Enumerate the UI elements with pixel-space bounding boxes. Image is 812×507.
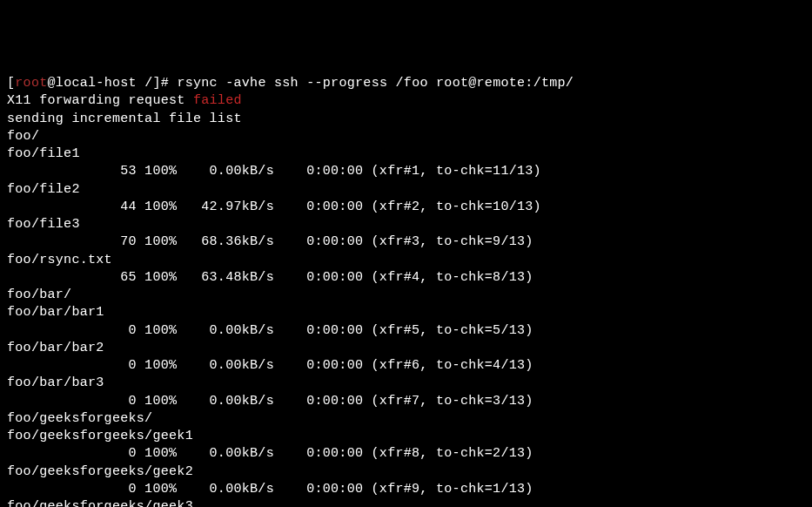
progress-row: 0 100% 0.00kB/s 0:00:00 (xfr#9, to-chk=1… [7, 481, 805, 498]
x11-prefix: X11 forwarding request [7, 93, 193, 108]
progress-row: 65 100% 63.48kB/s 0:00:00 (xfr#4, to-chk… [7, 269, 805, 287]
file-path: foo/bar/bar1 [7, 304, 805, 321]
x11-line: X11 forwarding request failed [7, 92, 805, 110]
prompt-at: @ [48, 76, 56, 91]
file-path: foo/bar/bar2 [7, 340, 805, 357]
terminal-output: [root@local-host /]# rsync -avhe ssh --p… [7, 75, 805, 507]
prompt-path: / [137, 76, 153, 91]
sending-line: sending incremental file list [7, 111, 805, 128]
dir-path: foo/bar/ [7, 287, 805, 304]
command-text: rsync -avhe ssh --progress /foo root@rem… [177, 76, 574, 91]
progress-row: 53 100% 0.00kB/s 0:00:00 (xfr#1, to-chk=… [7, 163, 805, 180]
prompt-user: root [15, 76, 47, 91]
file-path: foo/geeksforgeeks/geek3 [7, 498, 805, 507]
x11-failed: failed [193, 93, 242, 108]
file-path: foo/rsync.txt [7, 252, 805, 269]
progress-row: 44 100% 42.97kB/s 0:00:00 (xfr#2, to-chk… [7, 199, 805, 216]
prompt-close-bracket: ] [152, 76, 160, 91]
file-path: foo/file1 [7, 145, 805, 163]
prompt-line: [root@local-host /]# rsync -avhe ssh --p… [7, 75, 805, 92]
prompt-open-bracket: [ [7, 76, 15, 91]
progress-row: 70 100% 68.36kB/s 0:00:00 (xfr#3, to-chk… [7, 233, 805, 251]
progress-row: 0 100% 0.00kB/s 0:00:00 (xfr#5, to-chk=5… [7, 322, 805, 340]
file-path: foo/bar/bar3 [7, 375, 805, 392]
dir-path: foo/ [7, 128, 805, 145]
prompt-hash: # [161, 76, 178, 91]
prompt-host: local-host [56, 76, 137, 91]
file-path: foo/geeksforgeeks/geek1 [7, 428, 805, 445]
file-path: foo/geeksforgeeks/geek2 [7, 463, 805, 481]
progress-row: 0 100% 0.00kB/s 0:00:00 (xfr#6, to-chk=4… [7, 357, 805, 375]
dir-path: foo/geeksforgeeks/ [7, 410, 805, 428]
file-path: foo/file3 [7, 216, 805, 233]
progress-row: 0 100% 0.00kB/s 0:00:00 (xfr#7, to-chk=3… [7, 393, 805, 410]
file-path: foo/file2 [7, 181, 805, 199]
progress-row: 0 100% 0.00kB/s 0:00:00 (xfr#8, to-chk=2… [7, 445, 805, 463]
